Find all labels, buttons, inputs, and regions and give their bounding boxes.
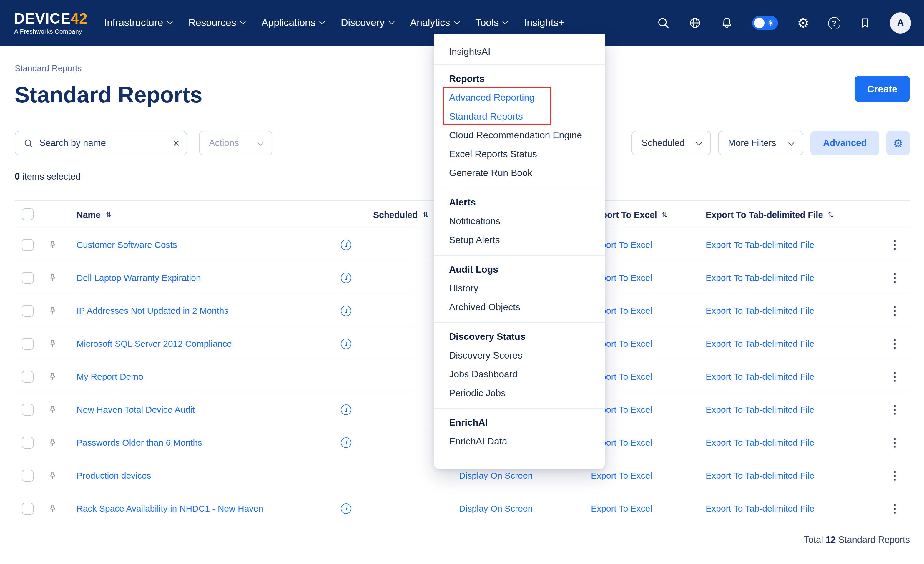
report-name-link[interactable]: Production devices <box>76 470 151 480</box>
report-name-link[interactable]: Customer Software Costs <box>76 240 177 250</box>
menu-item-jobs-dashboard[interactable]: Jobs Dashboard <box>434 364 605 383</box>
info-icon[interactable]: i <box>341 239 351 250</box>
export-to-tab-file-link[interactable]: Export To Tab-delimited File <box>706 437 814 447</box>
pin-icon[interactable] <box>40 426 64 459</box>
device42-logo[interactable]: DEVICE42 A Freshworks Company <box>14 11 88 35</box>
theme-toggle[interactable]: ☀ <box>753 16 778 30</box>
avatar[interactable]: A <box>890 12 911 33</box>
menu-item-discovery-scores[interactable]: Discovery Scores <box>434 346 605 364</box>
column-header-name[interactable]: Name <box>76 209 100 219</box>
breadcrumb[interactable]: Standard Reports <box>15 64 81 73</box>
advanced-filters-button[interactable]: Advanced <box>810 131 879 155</box>
report-name-link[interactable]: Passwords Older than 6 Months <box>76 437 202 447</box>
pin-icon[interactable] <box>40 261 64 294</box>
actions-dropdown[interactable]: Actions <box>199 131 273 155</box>
export-to-tab-file-link[interactable]: Export To Tab-delimited File <box>706 372 814 381</box>
export-to-tab-file-link[interactable]: Export To Tab-delimited File <box>706 306 814 315</box>
menu-item-setup-alerts[interactable]: Setup Alerts <box>434 230 605 249</box>
info-icon[interactable]: i <box>341 437 351 448</box>
report-name-link[interactable]: IP Addresses Not Updated in 2 Months <box>76 306 228 315</box>
row-checkbox[interactable] <box>22 239 33 250</box>
help-icon[interactable]: ? <box>828 17 840 29</box>
export-to-tab-file-link[interactable]: Export To Tab-delimited File <box>706 273 814 283</box>
nav-tools[interactable]: Tools <box>475 17 507 29</box>
report-name-link[interactable]: Rack Space Availability in NHDC1 - New H… <box>76 503 263 513</box>
nav-infrastructure[interactable]: Infrastructure <box>104 17 172 29</box>
clear-search-icon[interactable]: × <box>173 137 180 149</box>
sort-icon[interactable]: ⇅ <box>828 210 834 219</box>
menu-item-advanced-reporting[interactable]: Advanced Reporting <box>434 88 605 106</box>
nav-applications[interactable]: Applications <box>262 17 324 29</box>
info-icon[interactable]: i <box>341 404 351 415</box>
select-all-checkbox[interactable] <box>22 208 33 220</box>
report-name-link[interactable]: Dell Laptop Warranty Expiration <box>76 273 201 283</box>
export-to-excel-link[interactable]: Export To Excel <box>591 503 652 513</box>
row-checkbox[interactable] <box>22 502 33 514</box>
pin-icon[interactable] <box>40 393 64 426</box>
search-input[interactable] <box>39 138 173 148</box>
pin-icon[interactable] <box>40 360 64 393</box>
row-checkbox[interactable] <box>22 272 33 284</box>
menu-item-archived-objects[interactable]: Archived Objects <box>434 297 605 316</box>
row-checkbox[interactable] <box>22 338 33 350</box>
row-actions-kebab[interactable]: ⋮ <box>889 437 900 448</box>
pin-icon[interactable] <box>40 492 64 525</box>
globe-icon[interactable] <box>689 16 702 29</box>
nav-discovery[interactable]: Discovery <box>341 17 393 29</box>
row-actions-kebab[interactable]: ⋮ <box>889 338 900 349</box>
row-actions-kebab[interactable]: ⋮ <box>889 239 900 250</box>
more-filters-dropdown[interactable]: More Filters <box>718 131 803 155</box>
row-checkbox[interactable] <box>22 404 33 416</box>
info-icon[interactable]: i <box>341 338 351 349</box>
pin-icon[interactable] <box>40 459 64 492</box>
row-actions-kebab[interactable]: ⋮ <box>889 272 900 283</box>
nav-analytics[interactable]: Analytics <box>410 17 459 29</box>
pin-icon[interactable] <box>40 294 64 327</box>
sort-icon[interactable]: ⇅ <box>423 210 429 219</box>
bookmark-icon[interactable] <box>859 16 871 29</box>
table-settings-button[interactable]: ⚙ <box>886 131 910 155</box>
export-to-excel-link[interactable]: Export To Excel <box>591 470 652 480</box>
row-actions-kebab[interactable]: ⋮ <box>889 305 900 316</box>
search-icon[interactable] <box>657 16 670 29</box>
menu-item-history[interactable]: History <box>434 279 605 297</box>
export-to-tab-file-link[interactable]: Export To Tab-delimited File <box>706 240 814 250</box>
sort-icon[interactable]: ⇅ <box>105 210 111 219</box>
gear-icon[interactable]: ⚙ <box>797 16 809 30</box>
row-actions-kebab[interactable]: ⋮ <box>889 503 900 514</box>
pin-icon[interactable] <box>40 228 64 261</box>
report-name-link[interactable]: My Report Demo <box>76 372 143 381</box>
bell-icon[interactable] <box>721 16 734 29</box>
nav-resources[interactable]: Resources <box>188 17 245 29</box>
pin-icon[interactable] <box>40 327 64 360</box>
menu-item-insightsai[interactable]: InsightsAI <box>434 41 605 64</box>
menu-item-standard-reports[interactable]: Standard Reports <box>434 106 605 125</box>
menu-item-notifications[interactable]: Notifications <box>434 212 605 230</box>
row-checkbox[interactable] <box>22 470 33 481</box>
display-on-screen-link[interactable]: Display On Screen <box>459 470 532 480</box>
menu-item-generate-run-book[interactable]: Generate Run Book <box>434 163 605 182</box>
info-icon[interactable]: i <box>341 305 351 316</box>
row-actions-kebab[interactable]: ⋮ <box>889 404 900 415</box>
menu-item-enrichai-data[interactable]: EnrichAI Data <box>434 432 605 450</box>
export-to-tab-file-link[interactable]: Export To Tab-delimited File <box>706 339 814 348</box>
export-to-tab-file-link[interactable]: Export To Tab-delimited File <box>706 405 814 414</box>
column-header-tab-file[interactable]: Export To Tab-delimited File <box>706 209 823 219</box>
row-actions-kebab[interactable]: ⋮ <box>889 371 900 382</box>
display-on-screen-link[interactable]: Display On Screen <box>459 503 532 513</box>
export-to-tab-file-link[interactable]: Export To Tab-delimited File <box>706 503 814 513</box>
column-header-scheduled[interactable]: Scheduled <box>373 209 418 219</box>
report-name-link[interactable]: Microsoft SQL Server 2012 Compliance <box>76 339 232 348</box>
export-to-tab-file-link[interactable]: Export To Tab-delimited File <box>706 470 814 480</box>
row-checkbox[interactable] <box>22 436 33 448</box>
row-checkbox[interactable] <box>22 370 33 382</box>
menu-item-periodic-jobs[interactable]: Periodic Jobs <box>434 383 605 402</box>
info-icon[interactable]: i <box>341 272 351 283</box>
report-name-link[interactable]: New Haven Total Device Audit <box>76 405 195 414</box>
sort-icon[interactable]: ⇅ <box>662 210 668 219</box>
row-actions-kebab[interactable]: ⋮ <box>889 470 900 481</box>
info-icon[interactable]: i <box>341 503 351 514</box>
create-button[interactable]: Create <box>855 76 910 102</box>
nav-insights-plus[interactable]: Insights+ <box>524 17 564 29</box>
scheduled-filter-dropdown[interactable]: Scheduled <box>632 131 711 155</box>
